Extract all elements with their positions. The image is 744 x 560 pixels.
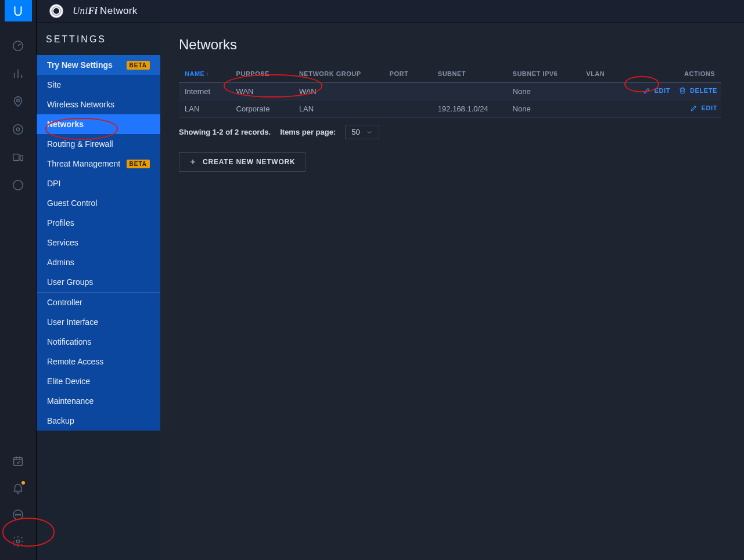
- chat-icon[interactable]: [11, 508, 25, 522]
- svg-rect-5: [20, 156, 23, 160]
- sidebar-item-elite-device[interactable]: Elite Device: [37, 371, 160, 391]
- cell-group: LAN: [293, 100, 384, 118]
- svg-point-3: [16, 128, 20, 131]
- app-title: UniFi Network: [73, 5, 138, 17]
- trash-icon: [678, 86, 687, 95]
- sidebar-item-label: Services: [47, 238, 78, 247]
- sidebar-item-user-groups[interactable]: User Groups: [37, 272, 160, 292]
- sidebar-item-user-interface[interactable]: User Interface: [37, 312, 160, 332]
- col-port[interactable]: PORT: [384, 66, 432, 82]
- table-row[interactable]: InternetWANWANNoneEDITDELETE: [179, 82, 721, 100]
- cell-vlan: [580, 82, 628, 100]
- cell-actions: EDITDELETE: [629, 82, 721, 100]
- items-per-page-label: Items per page:: [280, 128, 336, 136]
- sidebar-item-maintenance[interactable]: Maintenance: [37, 391, 160, 411]
- sidebar-item-label: Admins: [47, 258, 74, 267]
- content-pane: Networks NAME↑ PURPOSE NETWORK GROUP POR…: [160, 23, 744, 560]
- sidebar-item-label: Networks: [47, 120, 84, 129]
- sidebar-item-label: User Groups: [47, 277, 93, 287]
- edit-button[interactable]: EDIT: [690, 104, 717, 112]
- cell-actions: EDIT: [629, 100, 721, 118]
- svg-point-12: [16, 540, 20, 543]
- sidebar-item-networks[interactable]: Networks: [37, 114, 160, 134]
- sidebar-item-label: Site: [47, 80, 61, 89]
- cell-purpose: Corporate: [231, 100, 293, 118]
- sidebar-item-site[interactable]: Site: [37, 75, 160, 95]
- sidebar-item-wireless-networks[interactable]: Wireless Networks: [37, 95, 160, 114]
- sidebar-item-notifications[interactable]: Notifications: [37, 332, 160, 352]
- col-ipv6[interactable]: SUBNET IPV6: [507, 66, 581, 82]
- sidebar-item-label: Controller: [47, 298, 82, 307]
- sidebar-item-controller[interactable]: Controller: [37, 292, 160, 312]
- map-icon[interactable]: [11, 95, 25, 109]
- table-row[interactable]: LANCorporateLAN192.168.1.0/24NoneEDIT: [179, 100, 721, 118]
- edit-button[interactable]: EDIT: [643, 86, 670, 95]
- devices-icon[interactable]: [11, 122, 25, 136]
- cell-ipv6: None: [507, 82, 581, 100]
- cell-subnet: 192.168.1.0/24: [432, 100, 507, 118]
- settings-gear-icon[interactable]: [11, 534, 25, 548]
- svg-point-10: [17, 514, 19, 515]
- networks-table: NAME↑ PURPOSE NETWORK GROUP PORT SUBNET …: [179, 66, 721, 118]
- page-title: Networks: [179, 37, 721, 53]
- left-rail: [0, 0, 37, 560]
- pencil-icon: [690, 104, 698, 112]
- svg-point-6: [13, 180, 23, 190]
- alerts-icon[interactable]: [11, 481, 25, 495]
- svg-point-2: [13, 125, 23, 135]
- app-badge-icon[interactable]: [49, 4, 63, 18]
- svg-point-9: [15, 514, 16, 515]
- sidebar-item-label: Backup: [47, 416, 74, 425]
- sidebar-item-label: User Interface: [47, 317, 98, 327]
- records-text: Showing 1-2 of 2 records.: [179, 128, 271, 136]
- svg-point-1: [17, 99, 20, 102]
- beta-badge: BETA: [127, 61, 150, 70]
- settings-sidebar: SETTINGS Try New SettingsBETASiteWireles…: [37, 23, 160, 560]
- sidebar-item-label: Routing & Firewall: [47, 139, 113, 149]
- unifi-logo[interactable]: [5, 0, 32, 21]
- create-network-button[interactable]: CREATE NEW NETWORK: [179, 152, 305, 172]
- dashboard-icon[interactable]: [11, 39, 25, 53]
- insights-icon[interactable]: [11, 178, 25, 192]
- sidebar-item-backup[interactable]: Backup: [37, 411, 160, 431]
- col-vlan[interactable]: VLAN: [580, 66, 628, 82]
- sidebar-item-label: Threat Management: [47, 159, 120, 168]
- col-purpose[interactable]: PURPOSE: [231, 66, 293, 82]
- sidebar-item-dpi[interactable]: DPI: [37, 174, 160, 193]
- cell-port: [384, 82, 432, 100]
- pencil-icon: [643, 86, 651, 95]
- cell-subnet: [432, 82, 507, 100]
- chevron-down-icon: [366, 129, 373, 136]
- svg-point-11: [20, 514, 21, 515]
- cell-name: Internet: [179, 82, 231, 100]
- sidebar-item-threat-management[interactable]: Threat ManagementBETA: [37, 154, 160, 174]
- sidebar-item-admins[interactable]: Admins: [37, 252, 160, 272]
- col-name[interactable]: NAME↑: [179, 66, 231, 82]
- col-group[interactable]: NETWORK GROUP: [293, 66, 384, 82]
- table-footer: Showing 1-2 of 2 records. Items per page…: [179, 125, 721, 139]
- sidebar-item-guest-control[interactable]: Guest Control: [37, 193, 160, 213]
- col-subnet[interactable]: SUBNET: [432, 66, 507, 82]
- cell-ipv6: None: [507, 100, 581, 118]
- cell-vlan: [580, 100, 628, 118]
- sidebar-item-services[interactable]: Services: [37, 233, 160, 252]
- clients-icon[interactable]: [11, 150, 25, 164]
- sidebar-item-routing-firewall[interactable]: Routing & Firewall: [37, 134, 160, 154]
- sidebar-item-remote-access[interactable]: Remote Access: [37, 352, 160, 371]
- sidebar-item-try-new-settings[interactable]: Try New SettingsBETA: [37, 55, 160, 75]
- delete-button[interactable]: DELETE: [678, 86, 717, 95]
- sidebar-item-label: Profiles: [47, 218, 74, 227]
- cell-name: LAN: [179, 100, 231, 118]
- plus-icon: [189, 158, 197, 166]
- beta-badge: BETA: [127, 160, 150, 168]
- sidebar-item-label: Notifications: [47, 337, 91, 346]
- settings-heading: SETTINGS: [37, 34, 160, 55]
- sidebar-item-profiles[interactable]: Profiles: [37, 213, 160, 233]
- items-per-page-select[interactable]: 50: [345, 125, 379, 139]
- events-icon[interactable]: [11, 454, 25, 468]
- top-bar: UniFi Network: [37, 0, 744, 23]
- sidebar-item-label: Elite Device: [47, 377, 90, 386]
- statistics-icon[interactable]: [11, 67, 25, 81]
- svg-rect-7: [14, 458, 23, 466]
- col-actions: ACTIONS: [629, 66, 721, 82]
